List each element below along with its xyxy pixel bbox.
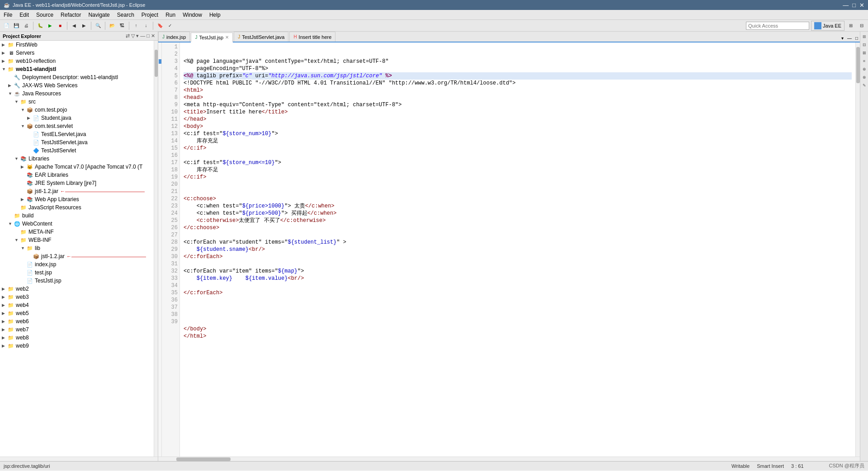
tree-item[interactable]: 📚EAR Libraries [0, 171, 154, 179]
code-line[interactable] [184, 181, 852, 188]
code-line[interactable]: </head> [184, 116, 852, 123]
tree-item[interactable]: ▶📚Web App Libraries [0, 195, 154, 203]
menu-search[interactable]: Search [113, 11, 138, 19]
stop-btn[interactable]: ■ [56, 21, 65, 30]
code-line[interactable]: 库存不足 [184, 166, 852, 174]
code-line[interactable] [184, 260, 852, 268]
editor-max-btn[interactable]: □ [854, 35, 860, 42]
pe-close-btn[interactable]: ✕ [151, 33, 155, 39]
code-line[interactable]: ${student.sname}<br/> [184, 246, 852, 253]
prev-ann-btn[interactable]: ↑ [132, 21, 141, 30]
tree-item[interactable]: ▼☕Java Resources [0, 89, 154, 98]
pe-max-btn[interactable]: □ [146, 33, 150, 39]
code-line[interactable]: </c:forEach> [184, 253, 852, 260]
code-line[interactable]: <c:when test="${price>1000}"> 太贵</c:when… [184, 203, 852, 210]
pe-hscrollbar[interactable] [0, 457, 158, 461]
code-line[interactable]: <title>Insert title here</title> [184, 108, 852, 116]
code-line[interactable]: </c:choose> [184, 224, 852, 231]
tab-testjstl-jsp[interactable]: J TestJstl.jsp ✕ [191, 33, 233, 42]
code-line[interactable]: <%@ taglib prefix="c" uri="http://java.s… [184, 72, 852, 80]
code-line[interactable]: </c:if> [184, 174, 852, 181]
rs-btn-3[interactable]: ⊠ [861, 50, 868, 56]
tree-item[interactable]: 📚JRE System Library [jre7] [0, 179, 154, 187]
tree-item[interactable]: ▶📁web9 [0, 342, 154, 350]
tree-item[interactable]: ▼📦com.test.pojo [0, 106, 154, 114]
pe-menu-btn[interactable]: ▾ [136, 33, 139, 39]
tree-item[interactable]: ▶🖥Servers [0, 49, 154, 57]
tree-item[interactable]: ▼🌐WebContent [0, 220, 154, 228]
tab-insert-title[interactable]: H Insert title here [289, 32, 335, 42]
tree-item[interactable]: 📦jstl-1.2.jar ←———————————————— [0, 187, 154, 195]
tree-item[interactable]: 📦jstl-1.2.jar ←——————————————— [0, 252, 154, 260]
menu-run[interactable]: Run [162, 11, 179, 19]
code-line[interactable]: <c:forEach var="item" items="${map}"> [184, 268, 852, 275]
pe-header-controls[interactable]: ⇄ ▽ ▾ — □ ✕ [126, 33, 155, 39]
java-ee-button[interactable]: Java EE [811, 21, 844, 31]
code-line[interactable] [184, 231, 852, 239]
code-line[interactable]: <c:forEach var="student" items="${studen… [184, 239, 852, 246]
code-line[interactable] [184, 297, 852, 304]
pe-scrollbar[interactable] [154, 41, 158, 457]
tree-item[interactable]: 📁build [0, 212, 154, 220]
code-line[interactable]: <c:if test="${store_num>10}"> [184, 130, 852, 137]
editor-vscrollbar[interactable] [855, 42, 860, 457]
tree-item[interactable]: 📄index.jsp [0, 260, 154, 268]
tree-item[interactable]: 🔷TestJstlServlet [0, 146, 154, 155]
code-line[interactable] [184, 318, 852, 325]
code-line[interactable] [184, 188, 852, 195]
editor-vscroll-thumb[interactable] [856, 47, 860, 83]
pe-content[interactable]: ▶📁FirstWeb▶🖥Servers▶📁web10-reflection▼📁w… [0, 41, 154, 457]
tree-item[interactable]: 📄TestELServlet.java [0, 130, 154, 138]
code-editor[interactable]: <%@ page language="java" contentType="te… [180, 42, 855, 457]
tree-item[interactable]: ▼📁web11-elandjstl [0, 65, 154, 73]
code-line[interactable]: 库存充足 [184, 137, 852, 145]
tree-item[interactable]: 📁JavaScript Resources [0, 203, 154, 212]
menu-window[interactable]: Window [179, 11, 206, 19]
perspective-btn[interactable]: ⊞ [846, 21, 855, 30]
menu-refactor[interactable]: Refactor [57, 11, 85, 19]
menu-file[interactable]: File [0, 11, 16, 19]
run-btn[interactable]: ▶ [46, 21, 55, 30]
pe-collapse-btn[interactable]: ▽ [131, 33, 135, 39]
code-line[interactable]: <meta http-equiv="Content-Type" content=… [184, 101, 852, 108]
menu-edit[interactable]: Edit [16, 11, 33, 19]
code-line[interactable]: </c:if> [184, 145, 852, 152]
code-line[interactable]: <head> [184, 94, 852, 101]
save-btn[interactable]: 💾 [12, 21, 21, 30]
tree-item[interactable]: 📄TestJstl.jsp [0, 277, 154, 285]
tree-item[interactable]: ▶📁web7 [0, 325, 154, 334]
rs-btn-2[interactable]: ⊟ [861, 42, 868, 48]
tree-item[interactable]: ▶📁FirstWeb [0, 41, 154, 49]
code-line[interactable]: </body> [184, 325, 852, 333]
hierarchy-btn[interactable]: 🏗 [118, 21, 127, 30]
new-btn[interactable]: 📄 [2, 21, 11, 30]
menu-help[interactable]: Help [206, 11, 224, 19]
code-line[interactable]: <c:choose> [184, 195, 852, 203]
code-line[interactable]: </c:forEach> [184, 289, 852, 297]
pe-min-btn[interactable]: — [140, 33, 145, 39]
editor-hscrollbar[interactable] [158, 457, 860, 461]
code-line[interactable]: <c:otherwise>太便宜了 不买了</c:otherwise> [184, 217, 852, 224]
pe-scroll-thumb[interactable] [155, 50, 158, 77]
tree-item[interactable]: ▶📁web4 [0, 301, 154, 309]
window-controls[interactable]: — □ ✕ [843, 2, 864, 9]
code-line[interactable]: <html> [184, 87, 852, 94]
editor-menu-btn[interactable]: ▾ [840, 35, 845, 42]
menu-navigate[interactable]: Navigate [85, 11, 113, 19]
tree-item[interactable]: 📄TestJstlServlet.java [0, 138, 154, 146]
menu-source[interactable]: Source [33, 11, 57, 19]
close-button[interactable]: ✕ [859, 2, 864, 9]
editor-min-btn[interactable]: — [845, 35, 854, 42]
minimize-button[interactable]: — [843, 2, 849, 9]
code-line[interactable] [184, 152, 852, 159]
tree-item[interactable]: ▶📁web3 [0, 293, 154, 301]
tree-item[interactable]: ▼📁lib [0, 244, 154, 252]
code-line[interactable]: <c:if test="${store_num<=10}"> [184, 159, 852, 166]
tree-item[interactable]: ▶📁web10-reflection [0, 57, 154, 65]
rs-btn-6[interactable]: ⊗ [861, 74, 868, 80]
tree-item[interactable]: ▶🔧JAX-WS Web Services [0, 81, 154, 89]
tree-item[interactable]: ▶📄Student.java [0, 114, 154, 122]
tree-item[interactable]: 🔧Deployment Descriptor: web11-elandjstl [0, 73, 154, 81]
tab-testjstlservlet[interactable]: J TestJstlServlet.java [234, 32, 288, 42]
tree-item[interactable]: ▶📁web6 [0, 317, 154, 325]
